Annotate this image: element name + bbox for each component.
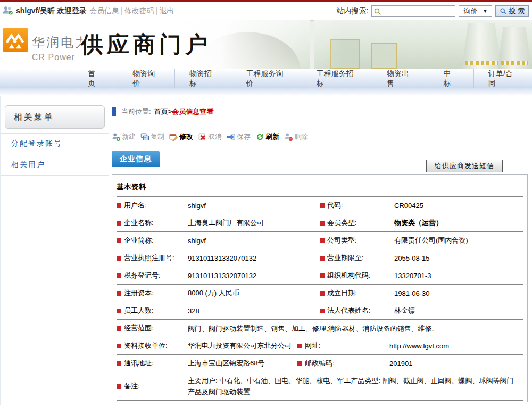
field-label: 邮政编码: [297,359,389,368]
toolbar-button-label: 刷新 [265,132,279,141]
top-link-1[interactable]: 会员信息 [89,6,119,15]
info-row: 企业简称:shlgvf公司类型:有限责任公司(国内合资) [117,231,523,249]
edit-icon [169,132,178,141]
field-value: 201901 [389,360,523,368]
sidebar: 相关菜单 分配登录账号相关用户 [0,96,109,405]
delete-user-icon [284,132,293,141]
field-value: 华润电力投资有限公司东北分公司 [188,341,297,351]
red-bullet-icon [320,221,325,226]
red-bullet-icon [117,361,121,366]
header-banner: 华润电力 CR Power 供应商门户 [0,20,532,69]
red-bullet-icon [117,221,121,226]
tab-row: 企业信息 给供应商发送短信 [112,151,528,174]
search-button[interactable]: 搜 索 [495,5,529,17]
info-row: 注册资本:8000 (万) 人民币成立日期:1981-06-30 [117,284,523,302]
search-category-select[interactable]: 询价 ▼ [459,5,492,17]
toolbar-button-label: 复制 [151,132,164,141]
field-value: 913101131332070132 [188,254,320,262]
copy-button[interactable]: 复制 [140,132,164,141]
red-bullet-icon [117,238,121,243]
red-bullet-icon [320,291,325,296]
refresh-icon [255,132,264,141]
field-label: 法人代表姓名: [320,306,394,315]
field-label: 企业简称: [117,236,188,245]
info-row: 员工人数:328法人代表姓名:林金镖 [117,302,523,319]
info-row: 税务登记号:913101131332070132组织机构代码:13320701-… [117,267,523,284]
field-label: 企业名称: [117,218,188,228]
info-row: 经营范围:阀门、阀门驱动装置制造、销售、加工、修理,消防器材、消防设备的销售、维… [117,319,523,337]
nav-item-7[interactable]: 中 标 [429,69,474,88]
sidebar-menu: 分配登录账号相关用户 [1,133,109,176]
field-label: 备注: [117,381,188,391]
nav-item-1[interactable]: 首 页 [73,69,118,88]
info-rows: 用户名:shlgvf代码:CR00425企业名称:上海良工阀门厂有限公司会员类型… [117,196,523,401]
sidebar-title: 相关菜单 [5,105,105,129]
red-bullet-icon [297,361,302,366]
red-bullet-icon [320,309,325,313]
field-label: 营业期限至: [320,253,394,263]
search-input[interactable] [384,6,453,16]
field-label: 员工人数: [117,306,188,315]
magnifier-icon [500,7,507,15]
field-value: CR00425 [394,202,523,210]
red-bullet-icon [320,203,325,208]
field-value: shlgvf [188,237,320,245]
field-label: 组织机构代码: [320,271,394,280]
top-link-3[interactable]: 退出 [159,6,174,15]
field-value: 物资类（运营） [394,218,523,228]
field-label: 用户名: [117,201,188,210]
nav-item-8[interactable]: 订单/合同 [474,69,532,88]
search-label: 站内搜索: [337,6,369,16]
search-input-wrap [371,5,455,17]
breadcrumb-home-link[interactable]: 首页> [154,107,172,116]
field-value: 林金镖 [394,306,523,315]
main-nav: 首 页物资询价物资招标工程服务询价工程服务招标物资出售中 标订单/合同 [0,69,532,88]
power-plant-image [170,20,532,69]
nav-item-6[interactable]: 物资出售 [372,69,429,88]
edit-button[interactable]: 修改 [169,132,193,141]
nav-item-4[interactable]: 工程服务询价 [231,69,302,88]
section-title: 基本资料 [112,175,527,196]
sidebar-item-1[interactable]: 分配登录账号 [1,133,109,154]
nav-item-5[interactable]: 工程服务招标 [302,69,372,88]
send-sms-button[interactable]: 给供应商发送短信 [426,160,503,172]
top-link-2[interactable]: 修改密码 [124,6,154,15]
refresh-button[interactable]: 刷新 [255,132,279,141]
field-label: 营业执照注册号: [117,253,188,263]
field-value: 阀门、阀门驱动装置制造、销售、加工、修理,消防器材、消防设备的销售、维修。 [188,320,523,337]
tab-company-info[interactable]: 企业信息 [112,151,160,167]
red-bullet-icon [117,344,121,348]
sidebar-item-2[interactable]: 相关用户 [1,154,109,176]
red-bullet-icon [297,344,302,348]
cancel-button[interactable]: 取消 [198,132,222,141]
field-label: 会员类型: [320,218,394,228]
red-bullet-icon [117,273,121,278]
field-label: 成立日期: [320,288,394,298]
field-value: http://www.lgvf.com [389,342,523,350]
field-label: 税务登记号: [117,271,188,280]
info-row: 企业名称:上海良工阀门厂有限公司会员类型:物资类（运营） [117,214,523,231]
record-toolbar: 新建复制修改取消保存刷新删除 [112,132,528,141]
nav-item-3[interactable]: 物资招标 [175,69,232,88]
toolbar-button-label: 保存 [237,132,251,141]
breadcrumb-divider [112,123,528,123]
field-label: 网址: [297,341,389,351]
red-bullet-icon [117,326,121,331]
red-bullet-icon [117,384,121,389]
user-session-area: shlgvf/吴昕 欢迎登录 会员信息|修改密码|退出 [2,6,174,16]
breadcrumb-prefix: 当前位置: [121,107,151,116]
red-bullet-icon [320,273,325,278]
nav-item-2[interactable]: 物资询价 [118,69,175,88]
info-row: 营业执照注册号:913101131332070132营业期限至:2055-08-… [117,249,523,267]
red-bullet-icon [117,203,121,208]
red-bullet-icon [117,256,121,261]
copy-icon [140,132,149,141]
new-button[interactable]: 新建 [112,132,136,141]
brand-logo-area: 华润电力 CR Power [3,28,89,62]
save-button[interactable]: 保存 [227,132,251,141]
welcome-text: shlgvf/吴昕 欢迎登录 [16,6,87,16]
field-label: 经营范围: [117,323,188,333]
delete-button[interactable]: 删除 [284,132,308,141]
chevron-down-icon: ▼ [483,9,487,14]
toolbar-button-label: 新建 [122,132,136,141]
